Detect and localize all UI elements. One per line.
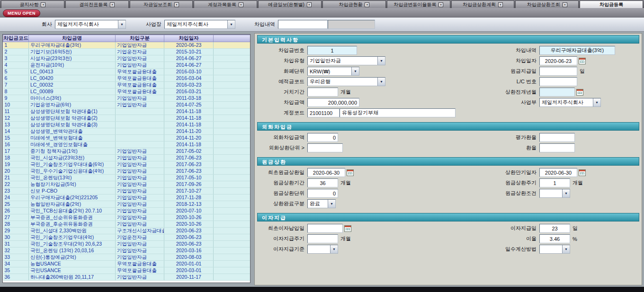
tab-item[interactable]: 계정과목등록×: [194, 0, 257, 8]
table-row[interactable]: 34농협USANCE무역포괄금융대출2020-01-01: [3, 261, 250, 267]
table-row[interactable]: 8LC_00089무역포괄금융대출2016-03-21: [3, 88, 250, 95]
first-principal-repay-date-input[interactable]: [307, 168, 345, 177]
section-foreign: 외화차입금 외화차입금액 평가환율 외화상환단위 >: [257, 122, 639, 153]
day-count-method-select[interactable]: ▼: [539, 245, 570, 254]
fx-repay-unit-input[interactable]: [307, 143, 343, 152]
loan-date-input[interactable]: [539, 56, 577, 65]
table-row[interactable]: 10기업운영자금(6억)기업일반자금2014-07-25: [3, 102, 250, 108]
calendar-icon[interactable]: [344, 225, 351, 232]
tab-close-icon[interactable]: ×: [498, 2, 503, 7]
division-label: 사업부: [483, 99, 537, 106]
division-select[interactable]: 제일저지주식회사 ▼: [539, 98, 601, 107]
fx-amount-input[interactable]: [307, 133, 338, 142]
tab-item[interactable]: 자금일보조회×: [130, 0, 193, 8]
account-name-input[interactable]: [340, 108, 456, 117]
site-select[interactable]: 제일저지주식회사 ▼: [164, 20, 235, 29]
table-row[interactable]: 9마이너스(3억)기업일반자금2011-03-18: [3, 95, 250, 102]
principal-pay-day-input[interactable]: [539, 67, 577, 76]
currency-select[interactable]: KRW(₩) ▼: [307, 67, 359, 76]
eval-rate-input[interactable]: [539, 133, 575, 142]
tab-close-icon[interactable]: ×: [110, 2, 115, 7]
loan-amount-input[interactable]: [307, 98, 359, 107]
table-row[interactable]: 35국민USANCE무역포괄금융대출2020-03-01: [3, 267, 250, 274]
tab-item[interactable]: 차입금변동이율등록×: [387, 0, 450, 8]
table-row[interactable]: 30국민_기술창조기업우대(4억)기업운전자금2020-06-23: [3, 234, 250, 241]
table-row[interactable]: 4운전자금(10억)기업일반자금2014-06-27: [3, 62, 250, 69]
table-row[interactable]: 15미래에셋_변액보험대출2014-11-20: [3, 135, 250, 142]
table-row[interactable]: 1우리구매자금대출(3억)기업일반자금2020-06-23: [3, 42, 250, 49]
menu-open-button[interactable]: MENU OPEN: [3, 9, 40, 17]
table-row[interactable]: 7LC_00032무역포괄금융대출2016-03-23: [3, 82, 250, 88]
interest-pay-day-input[interactable]: [539, 224, 570, 233]
tab-item[interactable]: 차입금상환계획×: [451, 0, 515, 8]
company-select[interactable]: 제일저지주식회사 ▼: [55, 20, 126, 29]
loan-search-input[interactable]: [278, 20, 328, 29]
tab-close-icon[interactable]: ×: [438, 2, 443, 7]
tab-item[interactable]: 차입금등록: [580, 0, 643, 8]
repay-complete-select[interactable]: 완료 ▼: [307, 199, 336, 208]
tab-item[interactable]: 차입금현황×: [322, 0, 386, 8]
eval-rate-label: 평가환율: [483, 134, 537, 141]
table-row[interactable]: 17중기청 정책자금(1억)기업일반자금2017-05-02: [3, 148, 250, 155]
account-code-input[interactable]: [307, 108, 340, 117]
interest-rate-input[interactable]: [539, 234, 570, 243]
table-row[interactable]: 25농협일반자금대출(2억)기업일반자금2018-12-13: [3, 201, 250, 208]
grace-period-input[interactable]: [307, 88, 338, 97]
table-row[interactable]: 24우리구매자금대출(2억)221205기업일반자금2017-11-28: [3, 195, 250, 201]
first-interest-pay-date-input[interactable]: [307, 224, 343, 233]
table-row[interactable]: 2기업기보(16억5천)기업운전자금2015-10-21: [3, 49, 250, 55]
tab-close-icon[interactable]: ×: [365, 2, 369, 7]
calendar-icon[interactable]: [347, 169, 354, 176]
table-row[interactable]: 13삼성생명단체보험 약관대출(3)2014-11-18: [3, 122, 250, 128]
table-row[interactable]: 18국민_시설자금(23억3천)기업일반자금2017-06-23: [3, 155, 250, 161]
lc-no-input[interactable]: [539, 77, 577, 86]
principal-repay-period-input[interactable]: [307, 178, 338, 187]
table-row[interactable]: 19국민_기술창조기업우대대출(6억)기업일반자금2017-06-23: [3, 161, 250, 168]
table-row[interactable]: 31국민_기술창조우대(2억) 20,6,23기업일반자금2020-06-23: [3, 241, 250, 248]
table-row[interactable]: 32국민_온렌딩 (13억) 20,03,16기업일반자금2020-03-16: [3, 248, 250, 254]
table-row[interactable]: 36하나대출260백만원 20,11,17기업일반자금2020-11-17: [3, 274, 250, 281]
tab-close-icon[interactable]: ×: [563, 2, 567, 7]
table-row[interactable]: 28부국증권_후순위유동화증권기업일반자금2020-10-26: [3, 221, 250, 228]
tab-close-icon[interactable]: ×: [307, 2, 312, 7]
tab-item[interactable]: 예금일보(은행별)×: [258, 0, 322, 8]
loan-detail-input[interactable]: [539, 46, 615, 55]
tab-close-icon[interactable]: ×: [239, 2, 243, 7]
loan-type-select[interactable]: 기업일반자금 ▼: [307, 56, 385, 65]
menu-strip: MENU OPEN: [0, 8, 644, 18]
table-row[interactable]: 21국민_온렌딩(13억)기업일반자금2017-05-10: [3, 175, 250, 181]
interest-basis-select[interactable]: ▼: [307, 245, 338, 254]
tab-item[interactable]: 공지사항×: [1, 0, 64, 8]
interest-cycle-input[interactable]: [307, 234, 338, 243]
loan-date-label: 차입일자: [483, 57, 537, 64]
loan-no-input[interactable]: [307, 46, 357, 55]
principal-repay-condition-select[interactable]: ▼: [539, 189, 570, 198]
maturity-date-input[interactable]: [539, 168, 577, 177]
table-row[interactable]: 26국민_TCB신용대출(2억) 20.7.10기업일반자금2020-07-10: [3, 208, 250, 214]
exchange-rate-input[interactable]: [539, 143, 575, 152]
table-row[interactable]: 5LC_00413무역포괄금융대출2016-03-10: [3, 69, 250, 75]
table-row[interactable]: 14삼성생명_변액약관대출2014-11-20: [3, 128, 250, 135]
tab-item[interactable]: 차입금상환조회×: [515, 0, 579, 8]
calendar-icon[interactable]: [576, 89, 583, 96]
table-row[interactable]: 33신한(-)통장예금(2억)기업일반자금2020-08-03: [3, 254, 250, 261]
deposit-code-select[interactable]: 우리은행 ▼: [307, 77, 385, 86]
tab-item[interactable]: 결의전표등록×: [65, 0, 129, 8]
principal-repay-cycle-input[interactable]: [539, 178, 570, 187]
table-row[interactable]: 29국민_시설대 2,330백만원구조개선시설자금대출2020-06-23: [3, 228, 250, 234]
table-row[interactable]: 27부국증권_선순위유동화증권기업일반자금2020-10-26: [3, 214, 250, 221]
tab-close-icon[interactable]: ×: [174, 2, 179, 7]
table-row[interactable]: 12삼성생명단체보험 약관대출(2)2014-11-18: [3, 115, 250, 122]
table-row[interactable]: 3시설자금(23억3천)기업일반자금2014-06-27: [3, 55, 250, 62]
table-row[interactable]: 6LC_00420무역포괄금융대출2016-03-04: [3, 75, 250, 82]
table-row[interactable]: 22농협장기차입금(5억)기업일반자금2017-09-26: [3, 181, 250, 188]
calendar-icon[interactable]: [579, 58, 586, 64]
principal-repay-unit-input[interactable]: [307, 189, 338, 198]
repay-start-ym-input[interactable]: [539, 88, 575, 97]
table-row[interactable]: 23신보 P-CBO기업일반자금2017-10-27: [3, 188, 250, 195]
tab-close-icon[interactable]: ×: [41, 2, 45, 7]
table-row[interactable]: 16미래에셋_경영인보험대출2014-11-18: [3, 142, 250, 148]
calendar-icon[interactable]: [579, 169, 586, 176]
table-row[interactable]: 20국민_우수기술기업신용대출(4억)기업일반자금2017-06-23: [3, 168, 250, 175]
table-row[interactable]: 11삼성생명단체보험 약관대출(1)2014-11-18: [3, 108, 250, 115]
